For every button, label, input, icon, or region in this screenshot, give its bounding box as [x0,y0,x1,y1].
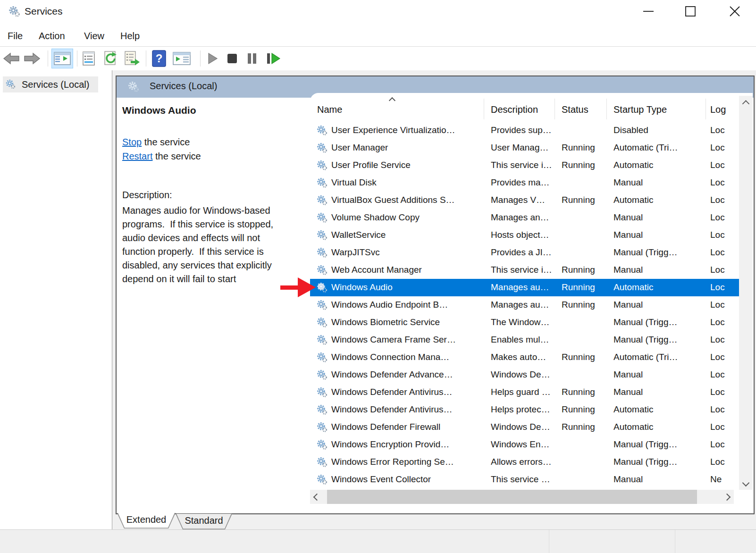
vertical-scrollbar[interactable] [739,96,753,490]
service-startup-cell: Manual (Trigg… [613,335,708,345]
service-startup-cell: Manual (Trigg… [613,457,708,467]
service-gear-icon [316,159,328,172]
service-description-cell: The Window… [491,317,559,327]
service-gear-icon [316,439,328,451]
table-row[interactable]: User Profile ServiceThis service i…Runni… [310,157,739,174]
description-label: Description: [122,190,172,201]
service-startup-cell: Manual [613,474,708,485]
menu-help[interactable]: Help [118,26,142,46]
column-header-startup[interactable]: Startup Type [613,104,667,115]
table-row[interactable]: User Experience Virtualizatio…Provides s… [310,122,739,139]
table-row[interactable]: Windows Audio Endpoint B…Manages au…Runn… [310,296,739,314]
service-logon-cell: Loc [710,142,739,153]
service-gear-icon [316,194,328,207]
table-row[interactable]: Windows Defender Advance…Windows De…Manu… [310,366,739,384]
column-header-status[interactable]: Status [562,104,588,115]
service-gear-icon [316,421,328,434]
table-row[interactable]: Windows Event CollectorThis service …Man… [310,471,739,488]
service-description-cell: Hosts object… [491,230,559,240]
menu-action[interactable]: Action [37,26,67,46]
service-name-cell: Windows Event Collector [331,474,482,485]
column-header-logon[interactable]: Log [710,104,726,115]
table-row[interactable]: Virtual DiskProvides ma…ManualLoc [310,174,739,192]
pause-service-icon[interactable] [244,51,260,66]
refresh-icon[interactable] [101,51,120,66]
window-title: Services [25,6,63,17]
table-row[interactable]: Windows Biometric ServiceThe Window…Manu… [310,314,739,331]
table-row[interactable]: Windows Defender Antivirus…Helps protec…… [310,401,739,419]
restart-service-icon[interactable] [263,51,282,66]
table-row[interactable]: Web Account ManagerThis service i…Runnin… [310,261,739,279]
properties-icon[interactable] [79,51,98,66]
column-header-name[interactable]: Name [317,104,342,115]
service-gear-icon [316,177,328,189]
back-icon[interactable] [2,51,21,66]
table-row[interactable]: WalletServiceHosts object…ManualLoc [310,226,739,244]
table-row[interactable]: Windows Connection Mana…Makes auto…Runni… [310,349,739,366]
services-panel: Services (Local) Windows Audio Stop the … [116,75,755,514]
description-line: disabled, any services that explicitly [122,259,273,272]
service-name-cell: WalletService [331,230,482,240]
service-logon-cell: Loc [710,282,739,293]
service-status-cell: Running [562,282,611,293]
service-gear-icon [316,404,328,416]
close-button[interactable] [721,0,749,23]
table-row[interactable]: Windows AudioManages au…RunningAutomatic… [310,279,739,296]
tab-extended[interactable]: Extended [117,513,176,528]
tab-standard[interactable]: Standard [176,514,232,529]
service-logon-cell: Loc [710,212,739,223]
column-header-description[interactable]: Description [491,104,538,115]
stop-service-link[interactable]: Stop [122,137,142,147]
export-list-icon[interactable] [123,51,142,66]
minimize-button[interactable] [634,0,663,23]
horizontal-scrollbar[interactable] [310,490,734,504]
service-logon-cell: Loc [710,195,739,205]
service-startup-cell: Manual [613,177,708,188]
help-icon[interactable]: ? [150,51,168,66]
table-row[interactable]: VirtualBox Guest Additions S…Manages V…R… [310,192,739,209]
forward-icon[interactable] [23,51,42,66]
service-description-cell: Windows De… [491,369,559,380]
service-status-cell: Running [562,265,611,275]
svg-text:?: ? [156,52,163,65]
table-row[interactable]: User ManagerUser Manag…RunningAutomatic … [310,139,739,157]
scroll-up-icon[interactable] [739,96,753,110]
tree-item-services-local[interactable]: Services (Local) [3,76,98,92]
service-description-cell: Windows De… [491,422,559,432]
service-gear-icon [316,386,328,399]
table-row[interactable]: Windows Defender FirewallWindows De…Runn… [310,419,739,436]
description-line: programs. If this service is stopped, [122,218,273,231]
service-name-cell: Windows Error Reporting Se… [331,457,482,467]
stop-service-icon[interactable] [224,51,241,66]
scroll-right-icon[interactable] [720,490,734,504]
start-service-icon[interactable] [204,51,221,66]
menu-file[interactable]: File [6,26,25,46]
table-row[interactable]: Windows Camera Frame Ser…Enables mul…Man… [310,331,739,349]
show-console-tree-icon[interactable] [51,49,73,68]
service-startup-cell: Automatic [613,282,708,293]
show-action-pane-icon[interactable] [171,51,193,66]
service-name-cell: Windows Defender Antivirus… [331,387,482,397]
services-gear-icon [127,81,140,93]
scroll-down-icon[interactable] [739,476,753,490]
scroll-left-icon[interactable] [310,490,324,504]
table-row[interactable]: Windows Error Reporting Se…Allows errors… [310,453,739,471]
service-logon-cell: Loc [710,160,739,170]
maximize-button[interactable] [676,0,705,23]
service-startup-cell: Disabled [613,125,708,135]
menu-view[interactable]: View [82,26,106,46]
table-row[interactable]: Windows Defender Antivirus…Helps guard …… [310,384,739,401]
table-row[interactable]: WarpJITSvcProvides a JI…Manual (Trigg…Lo… [310,244,739,261]
restart-service-link[interactable]: Restart [122,151,152,161]
service-name-cell: Volume Shadow Copy [331,212,482,223]
service-name-cell: Virtual Disk [331,177,482,188]
service-startup-cell: Automatic (Tri… [613,142,708,153]
table-row[interactable]: Volume Shadow CopyManages an…ManualLoc [310,209,739,226]
console-tree-panel: Services (Local) [0,70,112,529]
service-action-links: Stop the service Restart the service [122,135,201,163]
selected-service-name: Windows Audio [122,105,196,116]
table-row[interactable]: Windows Encryption Provid…Windows En…Man… [310,436,739,453]
service-startup-cell: Manual [613,230,708,240]
horizontal-scroll-thumb[interactable] [327,490,697,504]
service-description-cell: Makes auto… [491,352,559,362]
